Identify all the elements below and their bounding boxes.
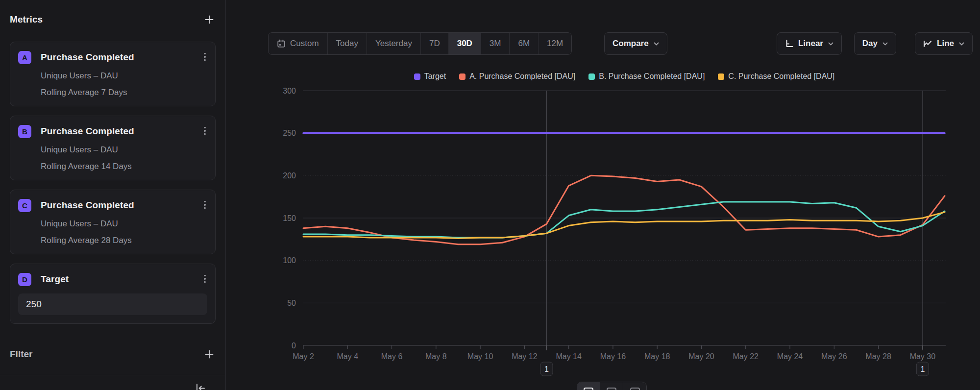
y-tick-label: 200 [283, 171, 296, 180]
kebab-icon [204, 53, 205, 54]
metric-options-button[interactable] [200, 124, 209, 137]
plus-icon [204, 349, 215, 360]
annotation-badge-label: 1 [544, 365, 549, 373]
y-tick-label: 250 [283, 129, 296, 137]
kebab-icon [204, 201, 205, 202]
metric-card-header: D Target [18, 272, 207, 286]
filter-header: Filter [10, 347, 216, 362]
y-tick-label: 50 [287, 299, 296, 307]
line-chart[interactable]: 050100150200250300May 2May 4May 6May 8Ma… [226, 0, 980, 390]
metrics-title: Metrics [10, 14, 43, 25]
metric-letter-badge: A [18, 51, 31, 64]
metric-card-header: B Purchase Completed [18, 124, 207, 138]
y-tick-label: 100 [283, 256, 296, 265]
metric-name: Purchase Completed [41, 52, 134, 63]
y-tick-label: 300 [283, 87, 296, 95]
collapse-sidebar-icon [195, 383, 206, 390]
chart-view-icon [584, 388, 593, 390]
x-tick-label: May 20 [688, 352, 714, 361]
x-tick-label: May 4 [337, 352, 358, 361]
y-tick-label: 0 [292, 341, 296, 350]
plus-icon [204, 14, 215, 25]
x-tick-label: May 8 [425, 352, 447, 361]
sidebar-divider [0, 375, 225, 375]
add-metric-button[interactable] [203, 13, 216, 26]
metric-card-b[interactable]: B Purchase Completed Unique Users – DAUR… [10, 116, 216, 180]
table-view-button[interactable] [600, 382, 623, 390]
metric-letter-badge: B [18, 125, 31, 138]
x-tick-label: May 30 [910, 352, 936, 361]
metric-options-button[interactable] [200, 198, 209, 211]
metric-letter-badge: C [18, 199, 31, 212]
metric-name: Purchase Completed [41, 200, 134, 211]
series-line-3 [303, 212, 945, 239]
metric-card-a[interactable]: A Purchase Completed Unique Users – DAUR… [10, 42, 216, 106]
x-tick-label: May 24 [777, 352, 803, 361]
target-value-input[interactable] [18, 293, 207, 315]
chart-panel: CustomTodayYesterday7D30D3M6M12M Compare… [226, 0, 980, 390]
x-tick-label: May 28 [865, 352, 891, 361]
add-filter-button[interactable] [203, 348, 216, 361]
metric-card-header: A Purchase Completed [18, 50, 207, 64]
metrics-sidebar: Metrics A Purchase Completed Unique User… [0, 0, 226, 390]
x-tick-label: May 10 [467, 352, 493, 361]
x-tick-label: May 18 [644, 352, 670, 361]
metric-detail: Unique Users – DAU [41, 71, 207, 81]
table-view-icon [607, 388, 616, 390]
metric-letter-badge: D [18, 273, 31, 286]
metric-detail: Unique Users – DAU [41, 145, 207, 155]
metric-detail: Rolling Average 14 Days [41, 161, 207, 171]
metric-name: Purchase Completed [41, 126, 134, 137]
y-tick-label: 150 [283, 214, 296, 222]
metric-name: Target [41, 274, 69, 285]
kebab-icon [204, 127, 205, 128]
x-tick-label: May 16 [600, 352, 626, 361]
x-tick-label: May 12 [512, 352, 538, 361]
metric-card-d[interactable]: D Target [10, 264, 216, 324]
x-tick-label: May 22 [733, 352, 759, 361]
view-switch-control [577, 382, 647, 390]
metric-detail: Rolling Average 28 Days [41, 235, 207, 245]
chart-view-button[interactable] [577, 382, 600, 390]
metric-detail: Unique Users – DAU [41, 219, 207, 229]
series-line-1 [303, 175, 945, 244]
annotation-badge-label: 1 [920, 365, 925, 373]
metric-options-button[interactable] [200, 50, 209, 63]
x-tick-label: May 2 [293, 352, 314, 361]
filter-title: Filter [10, 349, 32, 360]
metrics-header: Metrics [10, 12, 216, 27]
x-tick-label: May 26 [821, 352, 847, 361]
x-tick-label: May 14 [556, 352, 582, 361]
expand-view-button[interactable] [623, 382, 646, 390]
metric-options-button[interactable] [200, 272, 209, 285]
expand-view-icon [630, 388, 640, 390]
metric-card-header: C Purchase Completed [18, 198, 207, 212]
metric-detail: Rolling Average 7 Days [41, 87, 207, 98]
kebab-icon [204, 275, 205, 276]
series-line-2 [303, 202, 945, 238]
x-tick-label: May 6 [381, 352, 403, 361]
collapse-sidebar-button[interactable] [194, 382, 207, 390]
metric-card-c[interactable]: C Purchase Completed Unique Users – DAUR… [10, 190, 216, 254]
